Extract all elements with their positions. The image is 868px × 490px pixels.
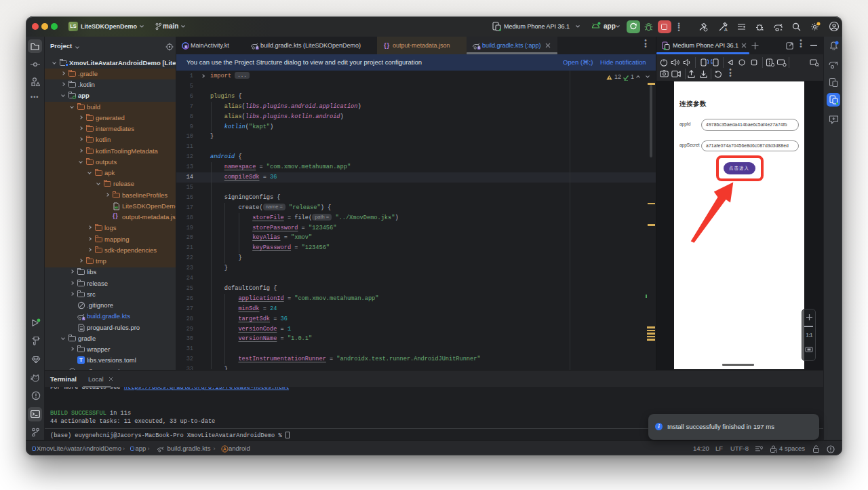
svg-text:K: K bbox=[83, 318, 85, 321]
svg-text:K: K bbox=[256, 46, 258, 50]
svg-text:A: A bbox=[724, 27, 728, 32]
svg-text:K: K bbox=[478, 46, 480, 50]
